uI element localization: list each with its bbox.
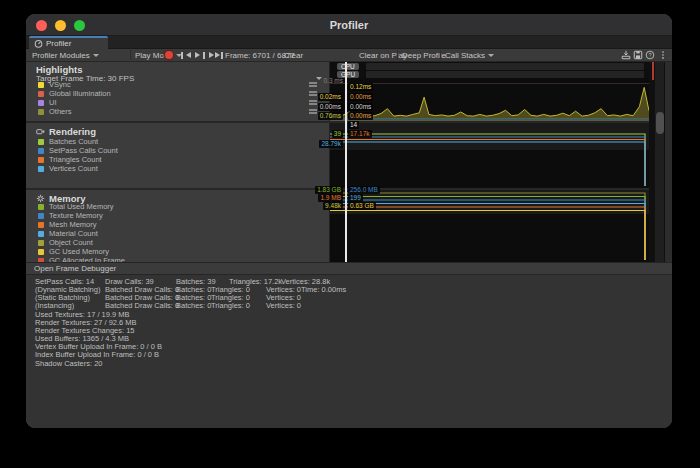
last-frame-icon (209, 52, 214, 58)
stats-row: Used Textures: 17 / 19.9 MB (26, 310, 672, 318)
legend-item-total-used-memory[interactable]: Total Used Memory (26, 202, 330, 211)
legend-label: Global Illumination (49, 89, 111, 98)
drag-handle-icon[interactable] (309, 91, 317, 95)
drag-handle-icon[interactable] (309, 109, 317, 113)
open-frame-debugger-button[interactable]: Open Frame Debugger (26, 264, 116, 273)
play-mode-dropdown[interactable]: Play Mode (135, 49, 182, 61)
cpu-usage-chart[interactable] (330, 78, 649, 121)
stats-row: Vertex Buffer Upload In Frame: 0 / 0 B (26, 342, 672, 350)
profiler-modules-dropdown[interactable]: Profiler Modules (32, 49, 99, 61)
stats-row: (Dynamic Batching)Batched Draw Calls: 0B… (26, 285, 672, 293)
legend-item-vsync[interactable]: VSync (26, 80, 330, 89)
profiler-window: Profiler Profiler Profiler Modules Play … (26, 14, 672, 428)
prev-frame-icon (186, 52, 191, 58)
legend-color-swatch (38, 139, 44, 145)
module-row-highlights: Highlights Target Frame Time: 30 FPS VSy… (26, 62, 672, 121)
legend-color-swatch (38, 109, 44, 115)
tab-profiler[interactable]: Profiler (29, 36, 108, 49)
legend-label: Mesh Memory (49, 220, 97, 229)
maximize-window-button[interactable] (74, 20, 85, 31)
tab-strip: Profiler (26, 36, 672, 49)
memory-chart[interactable] (330, 190, 649, 262)
next-frame-button[interactable] (195, 49, 205, 61)
title-bar: Profiler (26, 14, 672, 36)
legend-label: Vertices Count (49, 164, 98, 173)
legend-label: Total Used Memory (49, 202, 114, 211)
toolbar: Profiler Modules Play Mode Frame: 6701 /… (26, 49, 672, 62)
legend-item-material-count[interactable]: Material Count (26, 229, 330, 238)
clear-button[interactable]: Clear (284, 49, 303, 61)
legend-item-ui[interactable]: UI (26, 98, 330, 107)
legend-item-others[interactable]: Others (26, 107, 330, 116)
legend-label: UI (49, 98, 57, 107)
previous-frame-button[interactable] (181, 49, 191, 61)
legend-color-swatch (38, 91, 44, 97)
legend-color-swatch (38, 222, 44, 228)
stats-row: (Static Batching)Batched Draw Calls: 0Ba… (26, 293, 672, 301)
legend-item-setpass-calls-count[interactable]: SetPass Calls Count (26, 146, 330, 155)
selected-frame-line[interactable] (345, 62, 347, 262)
save-profile-button[interactable] (632, 49, 644, 61)
legend-color-swatch (38, 82, 44, 88)
close-window-button[interactable] (36, 20, 47, 31)
legend-color-swatch (38, 166, 44, 172)
highlights-chart[interactable]: CPU GPU (330, 62, 649, 121)
stats-value: Shadow Casters: 20 (35, 359, 103, 368)
legend-item-texture-memory[interactable]: Texture Memory (26, 211, 330, 220)
load-profile-button[interactable] (620, 49, 632, 61)
minimize-window-button[interactable] (55, 20, 66, 31)
toolbar-separator (130, 50, 131, 60)
legend-label: Others (49, 107, 72, 116)
legend-item-gc-used-memory[interactable]: GC Used Memory (26, 247, 330, 256)
legend-item-batches-count[interactable]: Batches Count (26, 137, 330, 146)
clear-on-play-toggle[interactable]: Clear on Play (359, 49, 407, 61)
chart-scrollbar-thumb[interactable] (656, 112, 664, 134)
cpu-lane-chip: CPU (337, 63, 359, 70)
legend-item-global-illumination[interactable]: Global Illumination (26, 89, 330, 98)
chevron-down-icon (93, 54, 99, 57)
profiler-gauge-icon (34, 39, 43, 48)
legend-item-vertices-count[interactable]: Vertices Count (26, 164, 330, 173)
drag-handle-icon[interactable] (309, 82, 317, 86)
svg-text:?: ? (648, 52, 651, 58)
drag-handle-icon[interactable] (309, 100, 317, 104)
legend-label: Object Count (49, 238, 93, 247)
legend-color-swatch (38, 148, 44, 154)
rendering-stats-panel: SetPass Calls: 14Draw Calls: 39Batches: … (26, 275, 672, 428)
record-button[interactable] (165, 49, 173, 61)
rendering-chart[interactable] (330, 123, 649, 188)
window-title: Profiler (330, 19, 369, 31)
stats-row: SetPass Calls: 14Draw Calls: 39Batches: … (26, 277, 672, 285)
stats-row: (Instancing)Batched Draw Calls: 0Batches… (26, 301, 672, 309)
stats-row: Index Buffer Upload In Frame: 0 / 0 B (26, 350, 672, 358)
legend-item-mesh-memory[interactable]: Mesh Memory (26, 220, 330, 229)
rendering-module-icon (36, 127, 45, 136)
profiler-content: Highlights Target Frame Time: 30 FPS VSy… (26, 62, 672, 428)
traffic-lights (36, 20, 85, 31)
record-icon (165, 51, 173, 59)
chart-scrollbar-track[interactable] (655, 62, 664, 262)
legend-color-swatch (38, 249, 44, 255)
help-button[interactable]: ? (644, 49, 656, 61)
memory-module-panel: Memory Total Used MemoryTexture MemoryMe… (26, 190, 330, 262)
stats-row: Used Buffers: 1365 / 4.3 MB (26, 334, 672, 342)
module-row-memory: Memory Total Used MemoryTexture MemoryMe… (26, 190, 672, 262)
legend-label: Texture Memory (49, 211, 103, 220)
legend-item-object-count[interactable]: Object Count (26, 238, 330, 247)
legend-label: SetPass Calls Count (49, 146, 118, 155)
legend-color-swatch (38, 240, 44, 246)
chart-right-gutter (649, 62, 672, 262)
current-frame-button[interactable] (209, 49, 223, 61)
legend-color-swatch (38, 231, 44, 237)
gpu-lane-chip: GPU (337, 71, 359, 78)
gpu-lane-bar (366, 71, 644, 78)
legend-label: Batches Count (49, 137, 98, 146)
chevron-down-icon (488, 54, 494, 57)
rendering-module-panel: Rendering Batches CountSetPass Calls Cou… (26, 123, 330, 188)
call-stacks-dropdown[interactable]: Call Stacks (445, 49, 494, 61)
next-frame-icon (195, 52, 200, 58)
module-title-rendering: Rendering (49, 126, 96, 137)
legend-item-triangles-count[interactable]: Triangles Count (26, 155, 330, 164)
window-menu-button[interactable] (657, 49, 669, 61)
legend-label: Material Count (49, 229, 98, 238)
